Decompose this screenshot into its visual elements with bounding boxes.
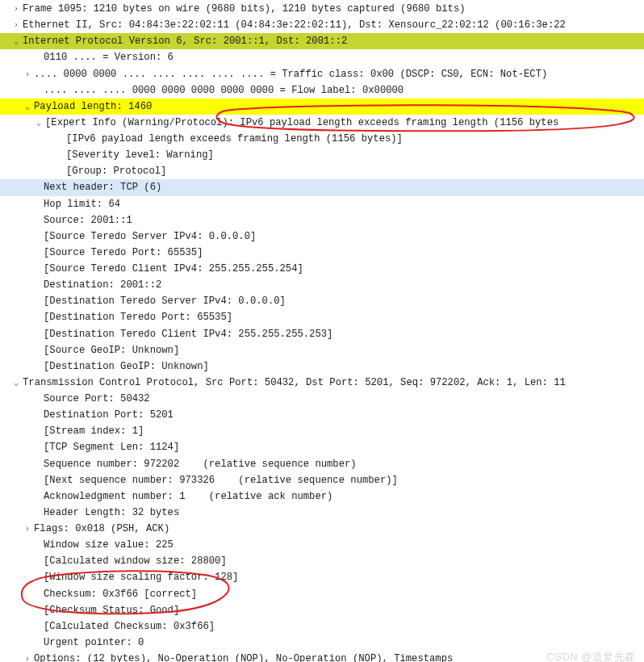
tcp-window-scale[interactable]: [Window size scaling factor: 128] xyxy=(0,569,644,585)
chevron-right-icon[interactable]: › xyxy=(11,19,21,33)
tcp-header-len[interactable]: Header Length: 32 bytes xyxy=(0,505,644,521)
chevron-right-icon[interactable]: › xyxy=(23,523,32,537)
tcp-dst-port[interactable]: Destination Port: 5201 xyxy=(0,407,644,423)
tcp-next-seq[interactable]: [Next sequence number: 973326 (relative … xyxy=(0,472,644,488)
ipv6-dst-geoip[interactable]: [Destination GeoIP: Unknown] xyxy=(0,358,644,375)
ipv6-flowlabel[interactable]: .... .... .... 0000 0000 0000 0000 0000 … xyxy=(0,82,644,98)
ipv6-expert-msg[interactable]: [IPv6 payload length exceeds framing len… xyxy=(0,131,644,147)
tcp-stream-index[interactable]: [Stream index: 1] xyxy=(0,423,644,439)
chevron-down-icon[interactable]: ⌄ xyxy=(34,117,44,131)
ipv6-expert-info[interactable]: ⌄ [Expert Info (Warning/Protocol): IPv6 … xyxy=(0,115,644,131)
tcp-calc-checksum[interactable]: [Calculated Checksum: 0x3f66] xyxy=(0,618,644,635)
tcp-segment-len[interactable]: [TCP Segment Len: 1124] xyxy=(0,439,644,455)
ipv6-src-teredo-server[interactable]: [Source Teredo Server IPv4: 0.0.0.0] xyxy=(0,228,644,245)
ipv6-expert-severity[interactable]: [Severity level: Warning] xyxy=(0,147,644,163)
ipv6-payload-length[interactable]: ⌄ Payload length: 1460 xyxy=(0,98,644,115)
chevron-down-icon[interactable]: ⌄ xyxy=(23,101,32,115)
ipv6-version[interactable]: 0110 .... = Version: 6 xyxy=(0,49,644,65)
ipv6-expert-group[interactable]: [Group: Protocol] xyxy=(0,163,644,179)
tcp-src-port[interactable]: Source Port: 50432 xyxy=(0,391,644,407)
chevron-down-icon[interactable]: ⌄ xyxy=(11,377,21,391)
ipv6-source[interactable]: Source: 2001::1 xyxy=(0,212,644,228)
packet-details-pane[interactable]: › Frame 1095: 1210 bytes on wire (9680 b… xyxy=(0,0,644,662)
ipv6-src-teredo-client[interactable]: [Source Teredo Client IPv4: 255.255.255.… xyxy=(0,261,644,277)
ipv6-dst-teredo-client[interactable]: [Destination Teredo Client IPv4: 255.255… xyxy=(0,326,644,342)
tcp-urgent[interactable]: Urgent pointer: 0 xyxy=(0,635,644,651)
ipv6-tclass[interactable]: ›.... 0000 0000 .... .... .... .... ....… xyxy=(0,66,644,82)
tree-item-ipv6[interactable]: ⌄ Internet Protocol Version 6, Src: 2001… xyxy=(0,33,644,49)
chevron-right-icon[interactable]: › xyxy=(23,653,32,662)
chevron-right-icon[interactable]: › xyxy=(23,69,32,82)
tcp-summary: Transmission Control Protocol, Src Port:… xyxy=(23,375,566,391)
ipv6-dst-teredo-port[interactable]: [Destination Teredo Port: 65535] xyxy=(0,309,644,325)
tcp-checksum[interactable]: Checksum: 0x3f66 [correct] xyxy=(0,586,644,602)
chevron-right-icon[interactable]: › xyxy=(11,3,21,17)
tcp-flags[interactable]: ›Flags: 0x018 (PSH, ACK) xyxy=(0,521,644,537)
chevron-down-icon[interactable]: ⌄ xyxy=(11,36,21,49)
ipv6-destination[interactable]: Destination: 2001::2 xyxy=(0,277,644,293)
ipv6-src-teredo-port[interactable]: [Source Teredo Port: 65535] xyxy=(0,245,644,261)
tcp-calc-window[interactable]: [Calculated window size: 28800] xyxy=(0,553,644,569)
tcp-options[interactable]: ›Options: (12 bytes), No-Operation (NOP)… xyxy=(0,651,644,662)
tcp-seq[interactable]: Sequence number: 972202 (relative sequen… xyxy=(0,456,644,472)
ipv6-next-header[interactable]: Next header: TCP (6) xyxy=(0,179,644,195)
ipv6-summary: Internet Protocol Version 6, Src: 2001::… xyxy=(23,33,347,49)
tcp-window[interactable]: Window size value: 225 xyxy=(0,537,644,553)
tree-item-eth[interactable]: › Ethernet II, Src: 04:84:3e:22:02:11 (0… xyxy=(0,17,644,33)
frame-summary: Frame 1095: 1210 bytes on wire (9680 bit… xyxy=(23,1,466,17)
eth-summary: Ethernet II, Src: 04:84:3e:22:02:11 (04:… xyxy=(23,17,566,33)
tree-item-frame[interactable]: › Frame 1095: 1210 bytes on wire (9680 b… xyxy=(0,1,644,17)
ipv6-dst-teredo-server[interactable]: [Destination Teredo Server IPv4: 0.0.0.0… xyxy=(0,293,644,309)
ipv6-src-geoip[interactable]: [Source GeoIP: Unknown] xyxy=(0,342,644,358)
tree-item-tcp[interactable]: ⌄ Transmission Control Protocol, Src Por… xyxy=(0,375,644,391)
tcp-checksum-status[interactable]: [Checksum Status: Good] xyxy=(0,602,644,618)
ipv6-hop-limit[interactable]: Hop limit: 64 xyxy=(0,196,644,212)
tcp-ack[interactable]: Acknowledgment number: 1 (relative ack n… xyxy=(0,488,644,505)
